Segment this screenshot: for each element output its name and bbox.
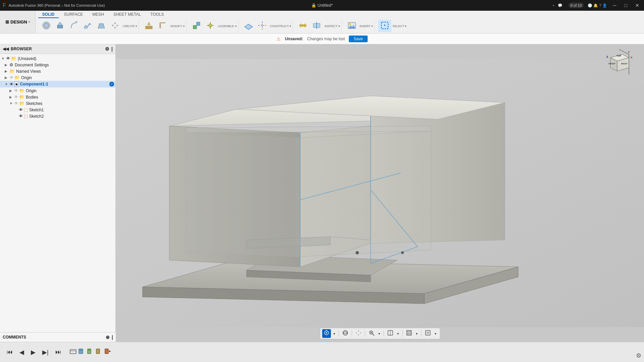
window-title: Autodesk Fusion 360 (Personal – Not for …	[9, 3, 105, 7]
tree-item-origin2[interactable]: ▶ 👁📁 Origin	[0, 87, 115, 94]
insert-dropdown[interactable]: INSERT ▾	[359, 24, 373, 28]
zoom-button[interactable]	[367, 329, 376, 338]
insert-image-button[interactable]	[345, 20, 359, 32]
browser-settings-icon[interactable]: ⚙	[105, 46, 109, 52]
next-frame-button[interactable]: ▶|	[41, 347, 50, 357]
offset-plane-icon	[244, 21, 253, 31]
assemble-new-button[interactable]	[190, 20, 203, 32]
modify-press-pull-button[interactable]	[142, 20, 156, 32]
inspect-measure-button[interactable]	[296, 20, 310, 32]
select-dropdown[interactable]: SELECT ▾	[392, 24, 407, 28]
grid-dropdown[interactable]: ▾	[415, 331, 419, 336]
play-button[interactable]: ▶	[30, 347, 37, 357]
viewport-bottom-toolbar: ▾ ▾ ▾	[320, 328, 440, 339]
tree-item-component[interactable]: ▼ 👁 ■ Component1:1 ⊙	[0, 81, 115, 87]
modify-fillet-button[interactable]	[156, 20, 169, 32]
svg-marker-8	[114, 22, 116, 29]
construct-axis-icon	[258, 21, 267, 31]
first-frame-button[interactable]: ⏮	[5, 347, 14, 357]
svg-rect-93	[88, 349, 91, 351]
svg-marker-11	[148, 22, 150, 25]
comments-collapse-icon[interactable]: |	[112, 335, 113, 340]
construct-group: CONSTRUCT ▾	[240, 20, 293, 32]
maximize-button[interactable]: □	[623, 2, 629, 9]
construct-dropdown[interactable]: CONSTRUCT ▾	[269, 24, 291, 28]
tree-label-sketches: Sketches	[26, 101, 114, 106]
tree-item-bodies[interactable]: ▶ 👁📁 Bodies	[0, 94, 115, 100]
timeline-item-1[interactable]	[69, 348, 77, 357]
view-button[interactable]	[423, 329, 432, 338]
design-button[interactable]: ⊞ DESIGN ▾	[0, 11, 36, 33]
assemble-joint-button[interactable]	[204, 20, 217, 32]
minimize-button[interactable]: ─	[611, 2, 619, 9]
title-bar-left: F Autodesk Fusion 360 (Personal – Not fo…	[3, 2, 105, 8]
sketch1-icon: ⬚	[24, 107, 28, 112]
browser-collapse-icon[interactable]: |	[111, 46, 113, 52]
tree-toggle-bodies[interactable]: ▶	[9, 95, 14, 99]
svg-line-59	[619, 49, 629, 54]
tree-item-sketch1[interactable]: 👁 ⬚ Sketch1	[0, 107, 115, 113]
tab-tools[interactable]: TOOLS	[146, 11, 168, 18]
collapse-icon[interactable]: ◀◀	[3, 47, 9, 51]
snap-dropdown[interactable]: ▾	[332, 331, 336, 336]
svg-rect-85	[407, 330, 411, 335]
eye-icon-sketches: 👁	[14, 101, 18, 106]
tab-surface[interactable]: SURFACE	[60, 11, 87, 18]
tree-toggle-origin1[interactable]: ▶	[5, 76, 9, 79]
pan-button[interactable]	[354, 329, 363, 338]
tree-item-docsettings[interactable]: ▶ ⚙ Document Settings	[0, 62, 115, 68]
create-sweep-button[interactable]	[81, 20, 94, 32]
create-new-component-button[interactable]	[40, 20, 53, 32]
create-revolve-button[interactable]	[67, 20, 80, 32]
tree-toggle-component[interactable]: ▼	[5, 82, 9, 86]
tree-item-unsaved[interactable]: ▼ 👁📁 (Unsaved)	[0, 55, 115, 62]
snap-button[interactable]	[322, 329, 331, 338]
save-button[interactable]: Save	[349, 36, 367, 42]
svg-rect-2	[57, 25, 63, 28]
tree-item-namedviews[interactable]: ▶ 📁 Named Views	[0, 68, 115, 74]
tree-toggle-sketches[interactable]: ▼	[9, 102, 14, 105]
timeline-item-5[interactable]	[104, 348, 112, 357]
viewport[interactable]: TOP FRONT RIGHT Y X Z ▾	[116, 44, 644, 342]
create-extrude-button[interactable]	[53, 20, 67, 32]
create-dropdown[interactable]: CREATE ▾	[122, 24, 137, 28]
tree-item-sketch2[interactable]: 👁 ⬚ Sketch2	[0, 113, 115, 119]
timeline-item-4[interactable]	[96, 348, 103, 357]
tree-toggle-origin2[interactable]: ▶	[9, 89, 14, 93]
create-loft-button[interactable]	[95, 20, 108, 32]
tree-toggle-unsaved[interactable]: ▼	[1, 57, 6, 60]
display-dropdown[interactable]: ▾	[396, 331, 400, 336]
construct-axis-button[interactable]	[256, 20, 269, 32]
timeline-item-3[interactable]	[87, 348, 94, 357]
sidebar: ◀◀ BROWSER ⚙ | ▼ 👁📁 (Unsaved) ▶ ⚙ Docume…	[0, 44, 116, 342]
bodies-folder-icon: 📁	[19, 95, 24, 100]
comments-add-icon[interactable]: ⊕	[106, 335, 110, 340]
tree-item-origin1[interactable]: ▶ 👁📁 Origin	[0, 74, 115, 81]
orbit-button[interactable]	[341, 329, 350, 338]
display-mode-button[interactable]	[386, 329, 394, 338]
construct-offset-plane-button[interactable]	[242, 20, 255, 32]
modify-dropdown[interactable]: MODIFY ▾	[170, 24, 184, 28]
tree-toggle-docsettings[interactable]: ▶	[5, 63, 9, 67]
tab-solid[interactable]: SOLID	[38, 11, 59, 18]
grid-button[interactable]	[405, 329, 413, 338]
prev-frame-button[interactable]: ◀	[18, 347, 25, 357]
timeline-item-2[interactable]	[78, 348, 86, 357]
tree-toggle-namedviews[interactable]: ▶	[5, 69, 9, 73]
assemble-dropdown[interactable]: ASSEMBLE ▾	[217, 24, 237, 28]
view-dropdown[interactable]: ▾	[433, 331, 438, 336]
inspect-dropdown[interactable]: INSPECT ▾	[324, 24, 340, 28]
inspect-section-button[interactable]	[310, 20, 323, 32]
navigation-cube[interactable]: TOP FRONT RIGHT Y X Z	[604, 48, 634, 78]
timeline-settings-icon[interactable]: ⚙	[636, 352, 641, 359]
zoom-dropdown[interactable]: ▾	[377, 331, 381, 336]
tab-sheetmetal[interactable]: SHEET METAL	[109, 11, 145, 18]
last-frame-button[interactable]: ⏭	[54, 347, 63, 357]
tab-mesh[interactable]: MESH	[88, 11, 108, 18]
close-button[interactable]: ✕	[633, 2, 641, 9]
create-move-button[interactable]	[108, 20, 122, 32]
component-badge: ⊙	[109, 82, 114, 86]
app-logo: F	[3, 2, 6, 8]
tree-item-sketches[interactable]: ▼ 👁📁 Sketches	[0, 100, 115, 107]
select-button[interactable]	[378, 20, 391, 32]
